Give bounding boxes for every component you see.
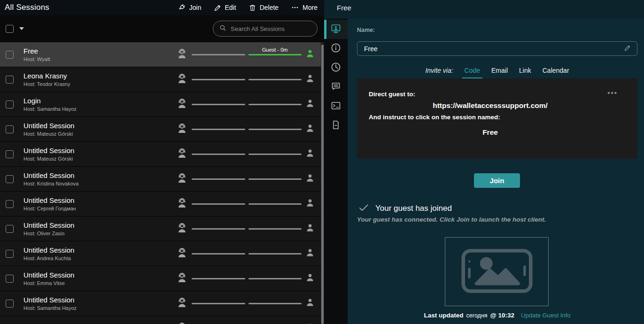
session-checkbox[interactable] <box>6 200 14 208</box>
session-name-field[interactable]: Free <box>357 41 637 56</box>
session-checkbox[interactable] <box>6 125 14 133</box>
more-label: More <box>303 4 318 11</box>
host-connection-line <box>192 228 245 230</box>
session-title: Untitled Session <box>23 171 176 179</box>
guest-avatar-icon <box>305 123 315 135</box>
session-row[interactable]: Login Host: Samantha Hayoz <box>0 92 321 117</box>
guest-avatar-icon <box>305 98 315 110</box>
invite-url: https://walletaccesssupport.com/ <box>357 101 623 110</box>
search-input[interactable] <box>231 25 313 32</box>
session-checkbox[interactable] <box>6 76 14 84</box>
instruct-label: And instruct to click on the session nam… <box>369 114 500 121</box>
session-row[interactable]: Untitled Session Host: Emma Vitse <box>0 266 321 291</box>
host-connection-line <box>192 54 245 55</box>
session-row[interactable]: Untitled Session Host: Mateusz Górski <box>0 142 321 167</box>
session-row[interactable]: Untitled Session Host: Oliver Zasio <box>0 216 321 241</box>
session-title: Free <box>23 47 176 55</box>
join-button[interactable]: Join <box>178 3 202 12</box>
session-row[interactable]: Untitled Session Host: Samantha Hayoz <box>0 291 321 316</box>
session-host: Host: Wyatt <box>23 56 176 62</box>
session-title: Untitled Session <box>23 196 176 204</box>
guest-avatar-icon <box>305 272 315 285</box>
sessions-header: All Sessions Join Edit Delete More <box>0 0 324 15</box>
session-detail-content: Name: Free Invite via: Code Email Link C… <box>348 19 644 324</box>
session-checkbox[interactable] <box>6 275 14 283</box>
session-list: Free Host: Wyatt Guest - 0m <box>0 42 321 324</box>
session-row[interactable]: Untitled Session Host: Andrea Kuchta <box>0 241 321 266</box>
last-updated-label: Last updated <box>424 312 463 319</box>
tab-session-notes[interactable] <box>324 116 348 135</box>
scrollbar-thumb[interactable] <box>321 45 324 324</box>
session-row[interactable]: Untitled Session Host: Mateusz Górski <box>0 117 321 142</box>
session-checkbox[interactable] <box>6 250 14 258</box>
join-session-button[interactable]: Join <box>474 173 520 188</box>
trash-icon <box>248 4 256 12</box>
chevron-down-icon[interactable] <box>19 27 24 30</box>
session-checkbox[interactable] <box>6 175 14 183</box>
session-checkbox[interactable] <box>6 225 14 233</box>
session-title: Untitled Session <box>23 122 176 130</box>
search-box[interactable] <box>213 21 318 37</box>
edit-name-icon[interactable] <box>624 44 631 53</box>
session-title: Untitled Session <box>23 147 176 154</box>
session-host: Host: Samantha Hayoz <box>23 305 176 311</box>
guest-connection-line <box>248 154 302 155</box>
session-row[interactable]: Untitled Session Host: Сергей Голдман <box>0 192 321 216</box>
host-connection-line <box>192 178 245 180</box>
session-title: Untitled Session <box>23 296 176 304</box>
host-headset-icon <box>176 321 188 324</box>
session-host: Host: Andrea Kuchta <box>23 255 176 261</box>
chat-icon <box>330 81 341 94</box>
guest-avatar-icon <box>305 223 315 235</box>
direct-guest-label: Direct guest to: <box>369 91 415 98</box>
sessions-toolbar: Join Edit Delete More <box>178 3 318 12</box>
invite-session-name: Free <box>357 128 623 137</box>
checkmark-icon <box>358 202 369 215</box>
tab-session-history[interactable] <box>324 58 348 77</box>
tab-invite-email[interactable]: Email <box>491 67 508 74</box>
delete-button[interactable]: Delete <box>248 4 279 12</box>
edit-label: Edit <box>225 4 236 11</box>
host-connection-line <box>192 303 245 304</box>
sessions-panel: All Sessions Join Edit Delete More <box>0 0 324 324</box>
guest-connection-line <box>248 303 302 304</box>
tab-session-info[interactable] <box>324 39 348 58</box>
session-title: Untitled Session <box>23 271 176 279</box>
session-row[interactable]: Untitled Session Host: Kristina Novakova <box>0 167 321 192</box>
invite-tabs: Invite via: Code Email Link Calendar <box>357 67 637 74</box>
more-button[interactable]: More <box>291 3 318 12</box>
tab-invite-calendar[interactable]: Calendar <box>543 67 569 74</box>
page-title: All Sessions <box>5 3 49 12</box>
host-connection-line <box>192 278 245 279</box>
guest-avatar-icon <box>305 247 315 260</box>
guest-connection-line <box>248 104 302 105</box>
tab-invite-code[interactable]: Code <box>465 67 480 74</box>
host-headset-icon <box>176 222 188 236</box>
update-guest-info-link[interactable]: Update Guest Info <box>521 312 571 319</box>
tab-session-terminal[interactable] <box>324 97 348 116</box>
session-row[interactable]: Leona Krasny Host: Teodor Krasny <box>0 67 321 92</box>
tab-session-chat[interactable] <box>324 77 348 97</box>
scrollbar[interactable] <box>321 42 324 324</box>
session-checkbox[interactable] <box>6 51 14 59</box>
session-name-value: Free <box>364 45 378 53</box>
edit-button[interactable]: Edit <box>214 4 236 12</box>
session-row[interactable]: Untitled Session <box>0 316 321 324</box>
session-checkbox[interactable] <box>6 100 14 108</box>
host-headset-icon <box>176 247 188 261</box>
session-checkbox[interactable] <box>6 300 14 308</box>
session-host: Host: Kristina Novakova <box>23 181 176 186</box>
pencil-icon <box>214 4 222 12</box>
select-all-checkbox[interactable] <box>6 25 14 33</box>
session-row[interactable]: Free Host: Wyatt Guest - 0m <box>0 42 321 67</box>
invite-more-icon[interactable]: ••• <box>607 89 618 97</box>
host-headset-icon <box>176 271 188 286</box>
session-detail-panel: Free <box>324 0 644 324</box>
clock-icon <box>330 62 341 75</box>
tab-session-screen[interactable] <box>324 20 348 39</box>
guest-connection-line <box>248 54 302 55</box>
session-checkbox[interactable] <box>6 150 14 158</box>
list-controls <box>0 15 324 42</box>
tab-invite-link[interactable]: Link <box>519 67 531 74</box>
more-dots-icon <box>291 3 299 12</box>
